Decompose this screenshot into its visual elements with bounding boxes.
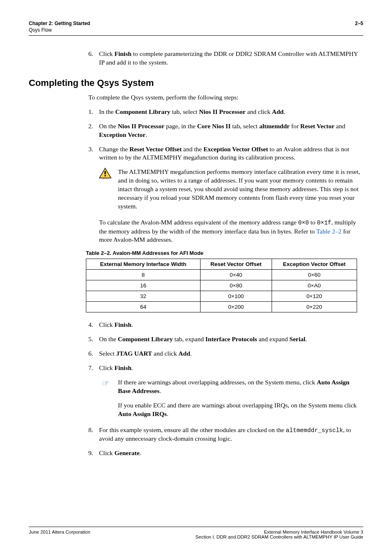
note-2: If you enable ECC and there are warnings… (118, 401, 363, 419)
svg-rect-1 (104, 171, 106, 174)
intro-para: To complete the Qsys system, perform the… (88, 93, 363, 102)
page-number: 2–5 (355, 21, 363, 26)
table-row: 8 0×40 0×60 (86, 270, 357, 280)
note-1: If there are warnings about overlapping … (118, 378, 363, 395)
caution-text: The ALTMEMPHY megafunction performs memo… (118, 168, 363, 211)
calc-para: To calculate the Avalon-MM address equiv… (99, 218, 363, 244)
step-3: 3. Change the Reset Vector Offset and th… (88, 145, 363, 162)
afi-table: External Memory Interface Width Reset Ve… (86, 259, 357, 312)
step-6-prev: 6. Click Finish to complete parameterizi… (88, 50, 363, 67)
caution-callout: CAUTION The ALTMEMPHY megafunction perfo… (99, 168, 363, 211)
svg-text:CAUTION: CAUTION (102, 178, 109, 180)
section-heading: Completing the Qsys System (29, 78, 363, 88)
table-row: 64 0×200 0×220 (86, 302, 357, 312)
th-reset: Reset Vector Offset (201, 259, 272, 270)
step-6: 6. Select JTAG UART and click Add. (88, 349, 363, 358)
step-5: 5. On the Component Library tab, expand … (88, 335, 363, 344)
table-ref-link[interactable]: Table 2–2 (316, 228, 341, 235)
step-7: 7. Click Finish. (88, 364, 363, 372)
footer-left: June 2011 Altera Corporation (29, 530, 90, 539)
th-exception: Exception Vector Offset (272, 259, 357, 270)
caution-icon: CAUTION (99, 168, 112, 211)
table-row: 32 0×100 0×120 (86, 291, 357, 302)
header-subtitle: Qsys Flow (29, 27, 363, 33)
page-header: Chapter 2: Getting Started 2–5 (29, 21, 363, 26)
table-row: 16 0×80 0×A0 (86, 280, 357, 291)
step-9: 9. Click Generate. (88, 449, 363, 458)
page-footer: June 2011 Altera Corporation External Me… (29, 527, 363, 539)
table-caption: Table 2–2. Avalon-MM Addresses for AFI M… (86, 250, 363, 256)
svg-rect-2 (104, 175, 106, 176)
step-4: 4. Click Finish. (88, 321, 363, 329)
step-2: 2. On the Nios II Processor page, in the… (88, 122, 363, 139)
header-rule (29, 35, 363, 36)
chapter-label: Chapter 2: Getting Started (29, 21, 90, 26)
hand-icon: ☞ (99, 378, 112, 419)
step-8: 8. For this example system, ensure all t… (88, 426, 363, 443)
footer-right: External Memory Interface Handbook Volum… (196, 530, 363, 539)
th-width: External Memory Interface Width (86, 259, 201, 270)
step-1: 1. In the Component Library tab, select … (88, 108, 363, 116)
note-callout: ☞ If there are warnings about overlappin… (99, 378, 363, 419)
